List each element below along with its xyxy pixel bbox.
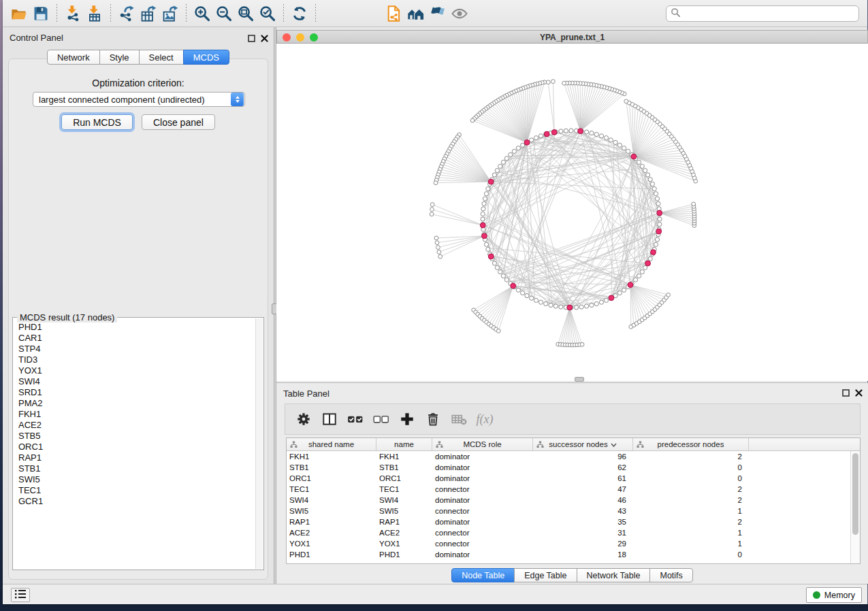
cell-shared-name[interactable]: SWI5 — [287, 507, 376, 515]
mcds-result-item[interactable]: FKH1 — [18, 409, 255, 420]
mcds-result-item[interactable]: TID3 — [18, 354, 255, 365]
table-row[interactable]: ACE2ACE2connector311 — [287, 527, 860, 538]
cell-predecessor-nodes[interactable]: 1 — [633, 507, 749, 515]
tab-motifs[interactable]: Motifs — [649, 568, 692, 582]
zoom-out-button[interactable] — [214, 3, 234, 24]
cell-predecessor-nodes[interactable]: 1 — [633, 529, 749, 537]
cell-MCDS-role[interactable]: dominator — [432, 452, 533, 461]
column-header-shared-name[interactable]: shared name — [287, 438, 376, 450]
save-button[interactable] — [31, 3, 51, 24]
cell-name[interactable]: SWI4 — [376, 496, 432, 504]
cell-shared-name[interactable]: TEC1 — [287, 485, 376, 493]
cell-shared-name[interactable]: ORC1 — [287, 474, 376, 482]
run-mcds-button[interactable]: Run MCDS — [61, 114, 133, 130]
table-row[interactable]: TEC1TEC1connector472 — [287, 484, 860, 495]
gear-button[interactable] — [292, 408, 315, 431]
home-network-button[interactable] — [406, 3, 426, 24]
cell-MCDS-role[interactable]: connector — [432, 507, 533, 515]
mcds-result-item[interactable]: STB5 — [18, 431, 255, 442]
tab-network-table[interactable]: Network Table — [577, 568, 651, 582]
tab-node-table[interactable]: Node Table — [451, 568, 515, 582]
cell-shared-name[interactable]: SWI4 — [287, 496, 376, 504]
import-network-button[interactable] — [63, 3, 83, 24]
cell-predecessor-nodes[interactable]: 0 — [633, 463, 749, 472]
cell-name[interactable]: FKH1 — [376, 452, 432, 461]
mcds-result-item[interactable]: SRD1 — [18, 387, 255, 398]
cell-MCDS-role[interactable]: connector — [432, 540, 533, 548]
result-list-scrollbar[interactable] — [255, 318, 263, 569]
network-view-canvas[interactable] — [276, 44, 868, 381]
mcds-result-item[interactable]: YOX1 — [18, 365, 255, 376]
close-panel-icon[interactable] — [261, 33, 268, 45]
close-panel-icon[interactable] — [855, 387, 863, 399]
zoom-fit-button[interactable] — [236, 3, 256, 24]
table-scrollbar-thumb[interactable] — [852, 453, 858, 535]
tab-mcds[interactable]: MCDS — [183, 50, 229, 65]
cell-shared-name[interactable]: FKH1 — [287, 452, 376, 461]
cell-MCDS-role[interactable]: connector — [432, 529, 533, 537]
criterion-dropdown[interactable]: largest connected component (undirected) — [33, 92, 245, 107]
cell-successor-nodes[interactable]: 96 — [533, 452, 633, 461]
column-header-predecessor-nodes[interactable]: predecessor nodes — [633, 438, 749, 450]
search-input[interactable] — [681, 7, 858, 20]
mcds-result-item[interactable]: PHD1 — [18, 322, 255, 333]
mcds-result-item[interactable]: ORC1 — [18, 442, 255, 452]
eye-button[interactable] — [449, 3, 470, 24]
mcds-result-item[interactable]: TEC1 — [18, 485, 255, 496]
cell-successor-nodes[interactable]: 62 — [533, 463, 633, 472]
mcds-result-item[interactable]: SWI5 — [18, 474, 255, 485]
cell-predecessor-nodes[interactable]: 2 — [633, 496, 749, 504]
columns-button[interactable] — [318, 408, 341, 431]
cell-shared-name[interactable]: YOX1 — [287, 540, 376, 548]
table-row[interactable]: YOX1YOX1connector291 — [287, 538, 860, 549]
cell-MCDS-role[interactable]: connector — [432, 485, 533, 493]
cell-MCDS-role[interactable]: dominator — [432, 518, 533, 526]
close-panel-button[interactable]: Close panel — [142, 114, 215, 130]
mcds-result-item[interactable]: CAR1 — [18, 333, 255, 344]
cell-MCDS-role[interactable]: dominator — [432, 463, 533, 472]
float-panel-icon[interactable] — [248, 33, 255, 45]
cell-shared-name[interactable]: RAP1 — [287, 518, 376, 526]
plus-button[interactable] — [396, 408, 419, 431]
cell-predecessor-nodes[interactable]: 2 — [633, 485, 749, 493]
export-image-button[interactable] — [160, 3, 180, 24]
export-table-button[interactable] — [138, 3, 159, 24]
cell-successor-nodes[interactable]: 47 — [533, 485, 633, 493]
cell-name[interactable]: YOX1 — [376, 540, 432, 548]
cell-predecessor-nodes[interactable]: 0 — [633, 550, 749, 559]
cell-successor-nodes[interactable]: 31 — [533, 529, 633, 537]
table-scrollbar[interactable] — [850, 451, 860, 563]
cell-name[interactable]: TEC1 — [376, 485, 432, 493]
mcds-result-item[interactable]: ACE2 — [18, 420, 255, 431]
table-row[interactable]: FKH1FKH1dominator962 — [287, 451, 860, 462]
tab-select[interactable]: Select — [139, 50, 184, 65]
search-box[interactable] — [666, 5, 859, 22]
cell-successor-nodes[interactable]: 61 — [533, 474, 633, 482]
mcds-result-item[interactable]: STP4 — [18, 344, 255, 354]
tab-edge-table[interactable]: Edge Table — [514, 568, 577, 582]
uncheck-all-button[interactable] — [370, 408, 393, 431]
table-row[interactable]: PHD1PHD1dominator180 — [287, 549, 860, 560]
cell-successor-nodes[interactable]: 18 — [533, 550, 633, 559]
mcds-result-item[interactable]: STB1 — [18, 463, 255, 474]
cell-MCDS-role[interactable]: dominator — [432, 496, 533, 504]
import-table-button[interactable] — [84, 3, 105, 24]
style-flag-button[interactable] — [428, 3, 448, 24]
cell-successor-nodes[interactable]: 43 — [533, 507, 633, 515]
cell-shared-name[interactable]: PHD1 — [287, 550, 376, 559]
table-row[interactable]: ORC1ORC1dominator610 — [287, 473, 860, 484]
cell-successor-nodes[interactable]: 46 — [533, 496, 633, 504]
cell-predecessor-nodes[interactable]: 2 — [633, 452, 749, 461]
cell-name[interactable]: ACE2 — [376, 529, 432, 537]
table-row[interactable]: SWI5SWI5connector431 — [287, 506, 860, 516]
mcds-result-item[interactable]: GCR1 — [18, 496, 255, 507]
cell-predecessor-nodes[interactable]: 1 — [633, 540, 749, 548]
cell-name[interactable]: ORC1 — [376, 474, 432, 482]
export-network-button[interactable] — [116, 3, 137, 24]
tab-style[interactable]: Style — [99, 50, 140, 65]
table-row[interactable]: RAP1RAP1dominator352 — [287, 516, 860, 527]
tab-network[interactable]: Network — [47, 50, 100, 65]
zoom-in-button[interactable] — [192, 3, 212, 24]
share-document-button[interactable] — [384, 3, 404, 24]
mcds-result-item[interactable]: RAP1 — [18, 452, 255, 463]
